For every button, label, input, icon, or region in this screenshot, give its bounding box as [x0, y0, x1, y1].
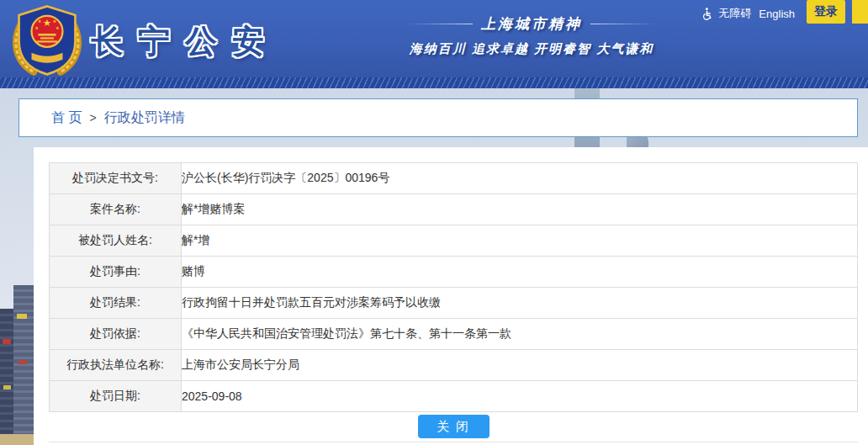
close-button[interactable]: 关 闭: [418, 415, 490, 438]
table-row: 处罚依据: 《中华人民共和国治安管理处罚法》第七十条、第十一条第一款: [50, 319, 858, 350]
table-row: 被处罚人姓名: 解*增: [50, 225, 858, 257]
table-row: 行政执法单位名称: 上海市公安局长宁分局: [50, 350, 858, 381]
field-label: 处罚结果:: [50, 288, 182, 319]
field-value: 2025-09-08: [182, 381, 858, 412]
field-value: 《中华人民共和国治安管理处罚法》第七十条、第十一条第一款: [182, 319, 858, 350]
slogan-divider-left: [407, 24, 473, 24]
background-building: [0, 309, 14, 435]
field-value: 赌博: [182, 257, 858, 288]
button-row: 关 闭: [49, 412, 858, 442]
svg-text:★: ★: [34, 25, 39, 30]
header-chevron-band: [0, 77, 868, 88]
field-value: 沪公长(长华)行罚决字〔2025〕00196号: [182, 163, 858, 194]
slogan-title: 上海城市精神: [481, 14, 582, 34]
field-label: 处罚日期:: [50, 381, 182, 412]
background-building: [3, 385, 11, 389]
svg-text:★: ★: [43, 18, 51, 28]
field-label: 处罚依据:: [50, 319, 182, 350]
background-building: [17, 314, 27, 319]
breadcrumb: 首 页 > 行政处罚详情: [19, 98, 858, 137]
breadcrumb-home-link[interactable]: 首 页: [51, 109, 82, 127]
city-spirit-slogan: 上海城市精神 海纳百川 追求卓越 开明睿智 大气谦和: [380, 14, 683, 57]
police-badge-icon: ★ ★ ★ ★ ★: [10, 3, 84, 77]
table-row: 处罚决定书文号: 沪公长(长华)行罚决字〔2025〕00196号: [50, 163, 858, 194]
field-label: 案件名称:: [50, 194, 182, 225]
penalty-detail-panel: 处罚决定书文号: 沪公长(长华)行罚决字〔2025〕00196号 案件名称: 解…: [34, 147, 868, 445]
police-badge-logo: ★ ★ ★ ★ ★: [10, 3, 84, 77]
site-title: 长宁公安: [91, 20, 279, 63]
svg-text:★: ★: [56, 25, 60, 30]
breadcrumb-separator: >: [89, 111, 96, 124]
background-building: [3, 339, 11, 344]
field-value: 解*增: [182, 225, 858, 257]
field-value: 上海市公安局长宁分局: [182, 350, 858, 381]
table-row: 处罚结果: 行政拘留十日并处罚款五百元对涉案筹码予以收缴: [50, 288, 858, 319]
background-building: [19, 360, 27, 364]
slogan-divider-right: [590, 24, 656, 24]
table-row: 案件名称: 解*增赌博案: [50, 194, 858, 225]
accessibility-link[interactable]: 无障碍: [718, 6, 751, 21]
header-utility-bar: 无障碍 English 登录: [701, 0, 868, 24]
table-row: 处罚日期: 2025-09-08: [50, 381, 858, 412]
site-header: ★ ★ ★ ★ ★ 长宁公安 上海城市精神 海纳百川 追求卓越 开明睿智 大气谦…: [0, 0, 868, 77]
penalty-detail-table: 处罚决定书文号: 沪公长(长华)行罚决字〔2025〕00196号 案件名称: 解…: [49, 162, 858, 412]
register-button-partial[interactable]: [852, 0, 868, 24]
field-label: 行政执法单位名称:: [50, 350, 182, 381]
breadcrumb-current-page: 行政处罚详情: [104, 109, 185, 127]
field-label: 处罚事由:: [50, 257, 182, 288]
field-label: 被处罚人姓名:: [50, 225, 182, 257]
field-value: 解*增赌博案: [182, 194, 858, 225]
table-row: 处罚事由: 赌博: [50, 257, 858, 288]
login-button[interactable]: 登录: [807, 0, 845, 24]
svg-text:★: ★: [38, 19, 42, 24]
accessibility-icon[interactable]: [701, 7, 714, 20]
field-label: 处罚决定书文号:: [50, 163, 182, 194]
field-value: 行政拘留十日并处罚款五百元对涉案筹码予以收缴: [182, 288, 858, 319]
svg-text:★: ★: [52, 19, 56, 24]
slogan-line: 海纳百川 追求卓越 开明睿智 大气谦和: [380, 41, 683, 57]
language-link[interactable]: English: [759, 8, 795, 20]
